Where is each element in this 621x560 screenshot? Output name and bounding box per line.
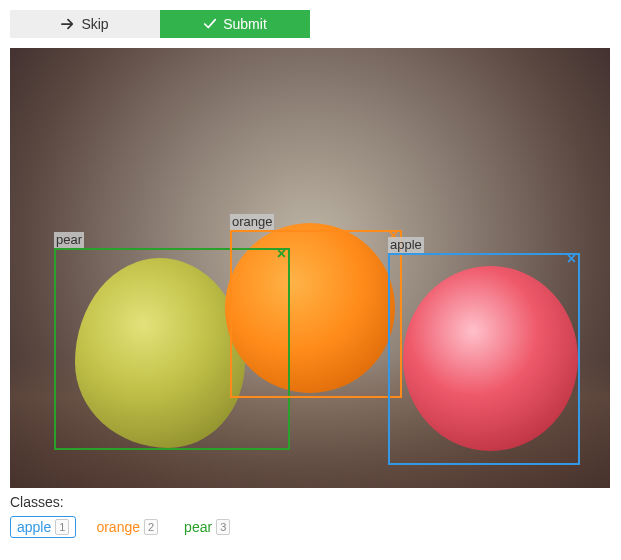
class-tag-label: orange (96, 519, 140, 535)
class-tag-orange[interactable]: orange 2 (90, 517, 164, 537)
submit-button-label: Submit (223, 16, 267, 32)
class-tag-label: pear (184, 519, 212, 535)
class-tag-list: apple 1 orange 2 pear 3 (10, 516, 611, 538)
classes-panel: Classes: apple 1 orange 2 pear 3 (10, 494, 611, 538)
bbox-label: apple (388, 237, 424, 253)
bbox-orange[interactable]: orange × (230, 230, 402, 398)
class-tag-label: apple (17, 519, 51, 535)
bbox-apple[interactable]: apple × (388, 253, 580, 465)
class-tag-apple[interactable]: apple 1 (10, 516, 76, 538)
close-icon[interactable]: × (567, 252, 576, 266)
skip-button-label: Skip (81, 16, 108, 32)
skip-button[interactable]: Skip (10, 10, 160, 38)
classes-heading: Classes: (10, 494, 611, 510)
toolbar: Skip Submit (10, 10, 611, 38)
class-tag-count: 2 (144, 519, 158, 535)
check-icon (203, 17, 217, 31)
bbox-label: pear (54, 232, 84, 248)
class-tag-pear[interactable]: pear 3 (178, 517, 236, 537)
annotation-canvas[interactable]: pear × orange × apple × (10, 48, 610, 488)
class-tag-count: 3 (216, 519, 230, 535)
class-tag-count: 1 (55, 519, 69, 535)
submit-button[interactable]: Submit (160, 10, 310, 38)
arrow-right-icon (61, 17, 75, 31)
bbox-label: orange (230, 214, 274, 230)
